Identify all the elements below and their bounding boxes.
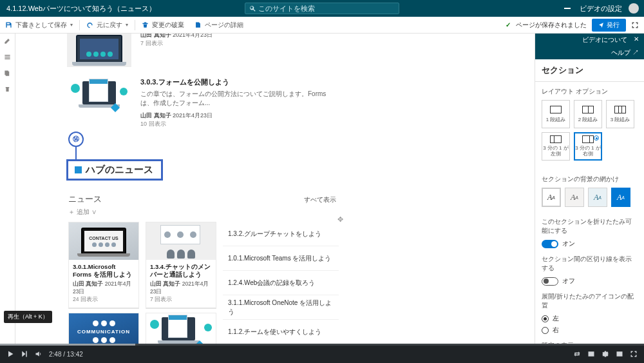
save-draft-button[interactable]: 下書きとして保存 ▾ <box>0 17 78 33</box>
card-title: 1.3.4.チャットのメンバーと通話しよう <box>150 263 212 279</box>
divider-header: セクション間の区切り線を表示する <box>542 255 638 273</box>
layout-third-left[interactable]: 3 分の 1 が左側 <box>542 132 570 161</box>
close-icon[interactable]: ✕ <box>634 35 639 44</box>
icon-position-header: 展開/折りたたみのアイコンの配置 <box>542 292 638 310</box>
video-progress[interactable] <box>0 344 644 346</box>
loop-icon[interactable] <box>573 350 581 358</box>
publish-button[interactable]: 発行 <box>592 19 626 32</box>
undo-label: 元に戻す <box>97 21 122 30</box>
views: 10 回表示 <box>140 120 334 128</box>
saved-message: ページが保存されました <box>516 21 587 30</box>
layout-third-right[interactable]: 3 分の 1 が右側 <box>574 132 602 161</box>
save-draft-label: 下書きとして保存 <box>15 21 67 30</box>
shading-header: セクションの背景の網かけ <box>542 175 638 184</box>
card-title: 3.0.1.Microsoft Forms を活用しよう <box>73 263 135 279</box>
layout-label: 3 分の 1 が右側 <box>575 146 601 157</box>
copy-icon[interactable] <box>4 70 11 77</box>
toggle-label: オン <box>562 239 575 248</box>
site-search[interactable]: このサイトを検索 <box>245 3 399 14</box>
page-icon <box>194 21 202 28</box>
collapsible-header: このセクションを折りたたみ可能にする <box>542 217 638 235</box>
play-icon[interactable] <box>6 350 14 358</box>
next-icon[interactable] <box>21 350 28 358</box>
hub-news-heading[interactable]: ハブのニュース <box>66 159 163 181</box>
square-icon <box>75 166 82 173</box>
section-icon[interactable] <box>4 54 11 61</box>
pip-icon[interactable] <box>616 350 623 358</box>
news-link[interactable]: 1.2.4.Web会議の記録を取ろう <box>223 271 339 295</box>
news-add-button[interactable]: ＋ 追加 ∨ <box>68 208 339 217</box>
icon-right-radio[interactable] <box>542 327 549 334</box>
layout-3col[interactable]: 3 段組み <box>606 100 634 128</box>
play-tooltip: 再生（Alt + K） <box>4 311 52 323</box>
date: 2021年4月23日 <box>173 34 213 38</box>
volume-icon[interactable] <box>35 350 43 358</box>
news-card[interactable]: COMMUNICATION 1.1.5.タブを活用しよう 山田 真知子 2021… <box>68 313 139 344</box>
publish-icon <box>598 22 604 28</box>
shade-neutral[interactable]: AA <box>565 188 584 207</box>
annotation-badge: ⑭ <box>68 132 84 147</box>
command-bar: 下書きとして保存 ▾ 元に戻す ▾ 変更の破棄 ページの詳細 ✓ ページが保存さ… <box>0 17 644 34</box>
title-bar: 4.1.12.Webパーツについて知ろう（ニュース） このサイトを検索 ビデオの… <box>0 0 644 17</box>
news-seeall[interactable]: すべて表示 <box>304 195 336 204</box>
delete-icon[interactable] <box>4 86 11 93</box>
page-canvas: 山田 真知子 2021年4月23日 7 回表示 3.0.3.フォームを公開しよう… <box>15 34 535 344</box>
news-card[interactable]: CONTACT US 3.0.1.Microsoft Forms を活用しよう … <box>68 222 139 309</box>
card-image-text: COMMUNICATION <box>77 329 130 335</box>
undo-icon <box>86 21 93 28</box>
page-details-button[interactable]: ページの詳細 <box>189 17 249 33</box>
undo-button[interactable]: 元に戻す ▾ <box>81 17 133 33</box>
layout-label: 2 段組み <box>578 116 598 123</box>
expand-icon[interactable] <box>631 21 639 29</box>
news-item-prev[interactable]: 山田 真知子 2021年4月23日 7 回表示 <box>67 34 535 72</box>
discard-button[interactable]: 変更の破棄 <box>137 17 189 33</box>
author: 山田 真知子 <box>140 112 171 119</box>
news-card[interactable]: 3.0.3.フォームを公開しよう 山田 真知子 2021年4月23日 10 回表… <box>146 313 216 344</box>
layout-label: 3 段組み <box>611 116 630 123</box>
shade-none[interactable]: AA <box>542 188 561 207</box>
divider-toggle[interactable] <box>542 277 558 286</box>
settings-icon[interactable] <box>601 350 609 358</box>
news-link[interactable]: 1.3.2.グループチャットをしよう <box>223 222 339 246</box>
news-link[interactable]: 1.0.1.Microsoft Teams を活用しよう <box>223 246 339 271</box>
radio-label: 左 <box>553 314 559 323</box>
avatar[interactable] <box>629 3 639 14</box>
discard-label: 変更の破棄 <box>152 21 184 30</box>
captions-icon[interactable] <box>587 350 595 358</box>
news-card[interactable]: 1.3.4.チャットのメンバーと通話しよう 山田 真知子 2021年4月23日 … <box>146 222 216 309</box>
page-title: 4.1.12.Webパーツについて知ろう（ニュース） <box>0 4 162 14</box>
news-link[interactable]: 3.1.1.Microsoft OneNote を活用しよう <box>223 295 339 320</box>
edit-icon[interactable] <box>4 37 11 44</box>
page-details-label: ページの詳細 <box>205 21 243 30</box>
section-panel: ビデオについて✕ ヘルプ ↗ セクション レイアウト オプション 1 段組み 2… <box>535 34 644 344</box>
news-link[interactable]: 1.1.2.チームを使いやすくしよう <box>223 320 339 344</box>
external-icon: ↗ <box>632 49 639 56</box>
minimize-icon[interactable] <box>564 8 571 9</box>
icon-left-radio[interactable] <box>542 315 549 322</box>
video-time: 2:48 / 13:42 <box>49 351 83 358</box>
hub-news-label: ハブのニュース <box>86 164 153 176</box>
date: 2021年4月23日 <box>173 112 213 119</box>
video-settings-link[interactable]: ビデオの設定 <box>580 4 622 14</box>
chevron-down-icon: ▾ <box>126 22 128 28</box>
help-link[interactable]: ヘルプ <box>611 49 630 56</box>
layout-label: 1 段組み <box>546 116 566 123</box>
link-label: 1.0.1.Microsoft Teams を活用しよう <box>228 254 331 263</box>
layout-2col[interactable]: 2 段組み <box>574 100 602 128</box>
search-icon <box>249 5 256 12</box>
thumbnail <box>67 34 131 67</box>
collapsible-toggle[interactable] <box>542 240 558 248</box>
news-webpart: ニュース すべて表示 ＋ 追加 ∨ CONTACT US 3.0.1.Micro… <box>68 193 339 344</box>
shade-strong[interactable]: AA <box>611 188 630 207</box>
thumbnail <box>67 77 131 113</box>
news-item-forms[interactable]: 3.0.3.フォームを公開しよう この章では、フォームの公開方法についてご説明し… <box>67 72 535 133</box>
panel-title: セクション <box>535 59 644 82</box>
fullscreen-icon[interactable] <box>630 350 638 358</box>
shade-soft[interactable]: AA <box>588 188 607 207</box>
link-label: 1.3.2.グループチャットをしよう <box>228 230 321 239</box>
link-label: 3.1.1.Microsoft OneNote を活用しよう <box>228 299 334 317</box>
video-about-link[interactable]: ビデオについて <box>582 35 627 44</box>
author: 山田 真知子 <box>150 280 180 287</box>
layout-1col[interactable]: 1 段組み <box>542 100 570 128</box>
link-label: 1.2.4.Web会議の記録を取ろう <box>228 279 315 288</box>
